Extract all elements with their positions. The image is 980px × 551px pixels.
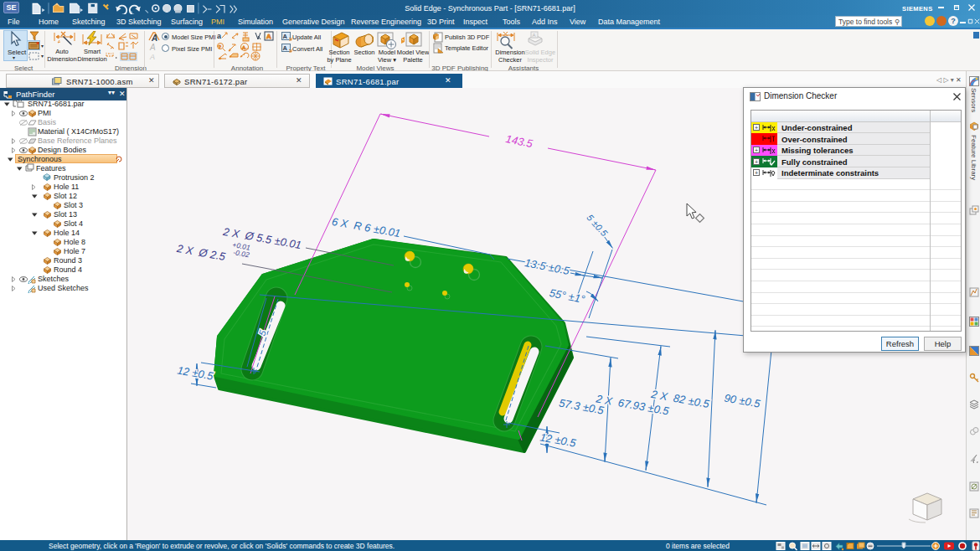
svg-text:55° ±1°: 55° ±1° (549, 286, 586, 306)
svg-text:A: A (533, 33, 536, 38)
svg-text:A: A (242, 45, 245, 50)
svg-text:12 ±0.5: 12 ±0.5 (539, 430, 577, 449)
svg-text:a: a (217, 32, 222, 40)
svg-text:-0.02: -0.02 (233, 248, 250, 259)
svg-text:6 X R 6 ±0.01: 6 X R 6 ±0.01 (331, 215, 401, 239)
svg-text:A: A (266, 33, 271, 40)
svg-text:13.5 ±0.5: 13.5 ±0.5 (524, 256, 571, 277)
svg-text:2 X Ø 2.5: 2 X Ø 2.5 (175, 242, 227, 263)
svg-text:A: A (149, 43, 156, 52)
svg-text:A: A (151, 33, 157, 43)
svg-text:A: A (283, 44, 288, 52)
svg-text:5 ±0.5: 5 ±0.5 (585, 213, 610, 239)
svg-text:A: A (149, 53, 155, 60)
svg-text:90 ±0.5: 90 ±0.5 (723, 391, 761, 409)
svg-text:143.5: 143.5 (504, 132, 534, 150)
svg-text:12 ±0.5: 12 ±0.5 (176, 363, 214, 382)
svg-text:A: A (283, 33, 288, 40)
